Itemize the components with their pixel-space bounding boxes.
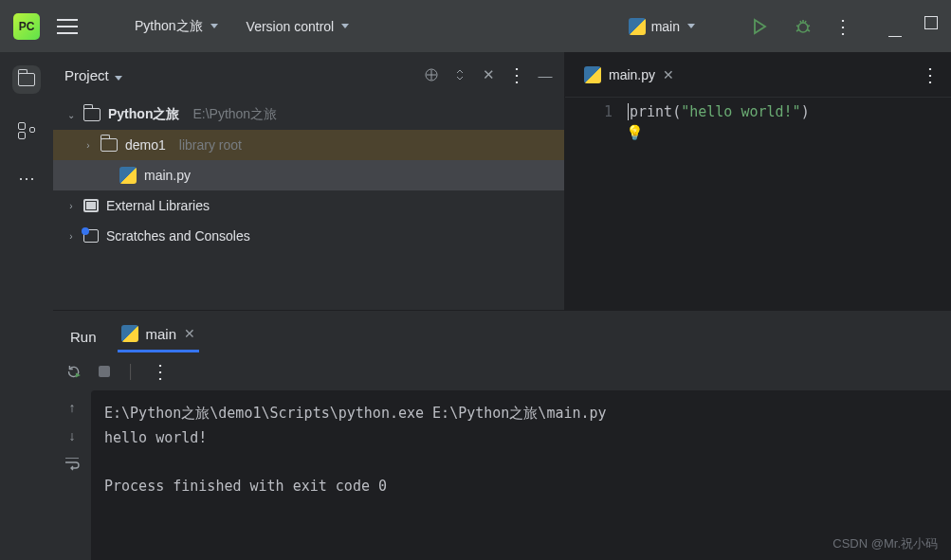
- console-exit: Process finished with exit code 0: [104, 475, 938, 499]
- project-tree: ⌄ Python之旅 E:\Python之旅 › demo1 library r…: [53, 98, 564, 253]
- rerun-button[interactable]: [66, 364, 82, 379]
- python-icon: [119, 167, 137, 184]
- project-panel-title-dropdown[interactable]: Project: [64, 67, 122, 83]
- svg-rect-2: [99, 366, 110, 377]
- run-console[interactable]: E:\Python之旅\demo1\Scripts\python.exe E:\…: [91, 390, 951, 560]
- code-editor[interactable]: print("hello world!") 💡: [622, 98, 810, 310]
- run-config-tab-label: main: [146, 326, 177, 342]
- code-token-string: "hello world!": [681, 103, 800, 120]
- ext-lib-label: External Libraries: [106, 198, 210, 213]
- structure-tool-button[interactable]: [12, 117, 41, 145]
- python-icon: [121, 325, 138, 342]
- intention-bulb-icon[interactable]: 💡: [626, 124, 644, 141]
- python-icon: [584, 66, 601, 83]
- demo-name: demo1: [125, 137, 166, 153]
- run-label: Run: [70, 329, 97, 345]
- demo-hint: library root: [179, 137, 242, 153]
- tree-root[interactable]: ⌄ Python之旅 E:\Python之旅: [53, 99, 564, 130]
- more-tools-button[interactable]: ⋯: [18, 168, 35, 189]
- folder-icon: [101, 138, 118, 152]
- chevron-right-icon: ›: [66, 201, 76, 211]
- close-tab-icon[interactable]: ✕: [663, 67, 674, 82]
- code-token-fn: print: [630, 103, 672, 120]
- chevron-right-icon: ›: [83, 140, 93, 151]
- svg-point-0: [798, 23, 808, 32]
- scratch-icon: [83, 229, 99, 243]
- hide-panel-icon[interactable]: —: [538, 67, 553, 82]
- code-token: (: [672, 103, 681, 120]
- vcs-dropdown[interactable]: Version control: [241, 15, 356, 38]
- folder-icon: [18, 73, 35, 86]
- project-panel-title: Project: [64, 67, 109, 83]
- run-tool-label[interactable]: Run: [66, 321, 101, 352]
- down-stack-icon[interactable]: ↓: [64, 428, 80, 443]
- main-menu-button[interactable]: [57, 19, 78, 34]
- library-icon: [83, 199, 99, 212]
- up-stack-icon[interactable]: ↑: [64, 400, 80, 415]
- scratch-label: Scratches and Consoles: [106, 228, 250, 244]
- vcs-label: Version control: [247, 19, 335, 34]
- line-number: 1: [565, 103, 613, 120]
- project-name: Python之旅: [135, 18, 203, 35]
- window-maximize-button[interactable]: [924, 16, 938, 29]
- close-run-tab-icon[interactable]: ✕: [184, 326, 195, 341]
- root-name: Python之旅: [108, 106, 179, 123]
- project-tool-button[interactable]: [12, 65, 41, 94]
- window-minimize-button[interactable]: [888, 24, 902, 37]
- run-button[interactable]: [746, 17, 773, 36]
- stop-button[interactable]: [97, 364, 112, 379]
- soft-wrap-icon[interactable]: [64, 457, 80, 472]
- tree-scratches[interactable]: › Scratches and Consoles: [53, 221, 564, 251]
- panel-options-icon[interactable]: ⋮: [509, 67, 524, 82]
- tree-file-main[interactable]: main.py: [53, 160, 564, 190]
- run-config-tab[interactable]: main ✕: [118, 317, 200, 352]
- expand-all-icon[interactable]: [452, 67, 467, 82]
- root-path: E:\Python之旅: [192, 106, 277, 123]
- folder-icon: [83, 108, 101, 121]
- close-panel-icon[interactable]: ✕: [481, 67, 496, 82]
- code-token: ): [801, 103, 810, 120]
- python-icon: [629, 18, 646, 35]
- chevron-down-icon: ⌄: [66, 110, 76, 120]
- tree-external-libraries[interactable]: › External Libraries: [53, 190, 564, 221]
- tree-folder-demo1[interactable]: › demo1 library root: [53, 130, 564, 160]
- debug-button[interactable]: [790, 17, 816, 36]
- pycharm-logo: PC: [13, 13, 40, 40]
- run-config-dropdown[interactable]: main: [623, 14, 701, 39]
- console-output: hello world!: [104, 426, 938, 451]
- editor-tab-main[interactable]: main.py ✕: [576, 66, 682, 83]
- select-opened-file-icon[interactable]: [424, 67, 439, 82]
- run-config-name: main: [651, 19, 680, 34]
- editor-tab-label: main.py: [609, 67, 655, 82]
- more-actions-button[interactable]: ⋮: [833, 15, 852, 38]
- editor-gutter: 1: [565, 98, 622, 310]
- structure-icon: [18, 122, 35, 139]
- console-cmd: E:\Python之旅\demo1\Scripts\python.exe E:\…: [104, 402, 938, 426]
- chevron-right-icon: ›: [66, 231, 76, 242]
- project-name-dropdown[interactable]: Python之旅: [129, 14, 224, 39]
- editor-more-icon[interactable]: ⋮: [921, 63, 940, 86]
- run-more-button[interactable]: ⋮: [151, 360, 170, 383]
- file-name: main.py: [144, 168, 191, 183]
